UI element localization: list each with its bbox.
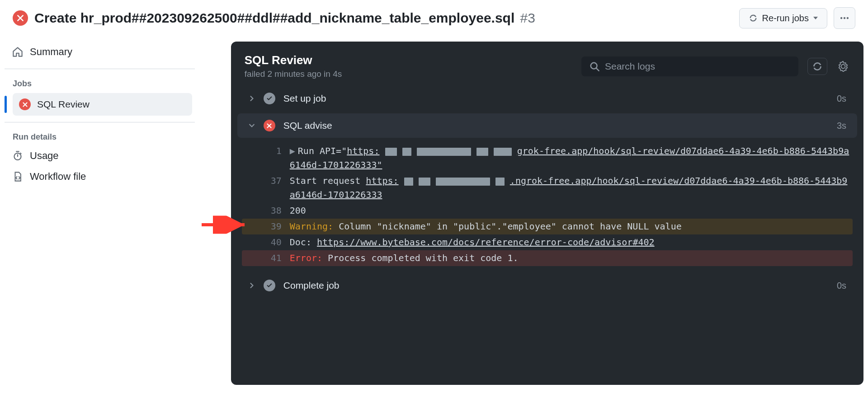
step-setup-job[interactable]: Set up job 0s [237, 86, 857, 111]
chevron-right-icon [248, 96, 255, 101]
sync-icon [749, 14, 758, 23]
status-success-icon [264, 93, 275, 104]
step-duration: 0s [837, 94, 846, 104]
step-duration: 0s [837, 281, 846, 291]
log-text: ▶Run API="https: grok-free.app/hook/sql-… [290, 144, 853, 172]
panel-subtitle: failed 2 minutes ago in 4s [245, 69, 342, 79]
sidebar-summary[interactable]: Summary [5, 42, 195, 62]
sidebar-summary-label: Summary [30, 46, 72, 58]
search-icon [590, 61, 599, 71]
line-number: 38 [260, 204, 282, 218]
line-number: 37 [260, 174, 282, 188]
line-number: 41 [260, 251, 282, 265]
divider [5, 69, 195, 69]
search-placeholder: Search logs [605, 61, 655, 72]
log-panel: SQL Review failed 2 minutes ago in 4s Se… [231, 42, 863, 385]
kebab-menu-button[interactable] [834, 7, 855, 29]
gear-icon [838, 61, 849, 72]
chevron-down-icon [248, 123, 255, 128]
line-number: 1 [260, 144, 282, 158]
step-sql-advise[interactable]: SQL advise 3s [237, 113, 857, 138]
settings-button[interactable] [836, 60, 850, 73]
svg-point-2 [847, 17, 849, 19]
panel-title: SQL Review [245, 53, 342, 67]
jobs-heading: Jobs [5, 75, 195, 92]
divider [5, 122, 195, 122]
log-text: 200 [290, 204, 853, 218]
step-complete-job[interactable]: Complete job 0s [237, 273, 857, 298]
run-number: #3 [520, 10, 535, 25]
rerun-jobs-button[interactable]: Re-run jobs [739, 8, 827, 28]
kebab-icon [840, 13, 849, 23]
chevron-right-icon [248, 283, 255, 288]
run-details-heading: Run details [5, 129, 195, 145]
header-actions: Re-run jobs [739, 7, 855, 29]
run-status-badge [13, 10, 28, 26]
svg-point-1 [844, 17, 845, 19]
sidebar-usage[interactable]: Usage [5, 145, 195, 166]
status-fail-icon [264, 120, 275, 131]
caret-down-icon [813, 17, 818, 19]
log-line: 1▶Run API="https: grok-free.app/hook/sql… [242, 143, 853, 173]
sidebar-workflow-label: Workflow file [30, 171, 86, 182]
fail-icon [19, 98, 31, 110]
run-title-text: Create hr_prod##202309262500##ddl##add_n… [34, 10, 514, 25]
fail-icon [13, 10, 28, 26]
home-icon [13, 47, 23, 57]
search-logs-input[interactable]: Search logs [581, 56, 798, 76]
log-line: 39Warning: Column "nickname" in "public"… [242, 219, 853, 234]
sidebar-usage-label: Usage [30, 150, 59, 162]
log-line: 38200 [242, 203, 853, 219]
sidebar-workflow-file[interactable]: Workflow file [5, 166, 195, 187]
step-label: Set up job [283, 93, 829, 104]
run-title: Create hr_prod##202309262500##ddl##add_n… [34, 10, 739, 26]
line-number: 39 [260, 220, 282, 234]
line-number: 40 [260, 235, 282, 249]
rerun-jobs-label: Re-run jobs [762, 13, 809, 23]
log-body: 1▶Run API="https: grok-free.app/hook/sql… [231, 140, 863, 271]
sidebar-job-sql-review[interactable]: SQL Review [13, 93, 192, 116]
refresh-logs-button[interactable] [807, 58, 827, 75]
svg-point-0 [840, 17, 842, 19]
log-text: Doc: https://www.bytebase.com/docs/refer… [290, 235, 853, 249]
step-label: SQL advise [283, 120, 829, 131]
step-label: Complete job [283, 280, 829, 291]
log-line: 37Start request https: .ngrok-free.app/h… [242, 173, 853, 203]
sidebar: Summary Jobs SQL Review Run details Usag… [5, 42, 231, 385]
sync-icon [812, 61, 823, 72]
step-duration: 3s [837, 121, 846, 131]
status-success-icon [264, 280, 275, 291]
file-code-icon [13, 172, 23, 182]
log-line: 40Doc: https://www.bytebase.com/docs/ref… [242, 234, 853, 250]
stopwatch-icon [13, 151, 23, 161]
log-text: Error: Process completed with exit code … [290, 251, 853, 265]
run-header: Create hr_prod##202309262500##ddl##add_n… [0, 0, 868, 42]
log-text: Warning: Column "nickname" in "public"."… [290, 220, 853, 234]
log-text: Start request https: .ngrok-free.app/hoo… [290, 174, 853, 202]
log-line: 41Error: Process completed with exit cod… [242, 250, 853, 266]
sidebar-job-label: SQL Review [37, 99, 90, 110]
